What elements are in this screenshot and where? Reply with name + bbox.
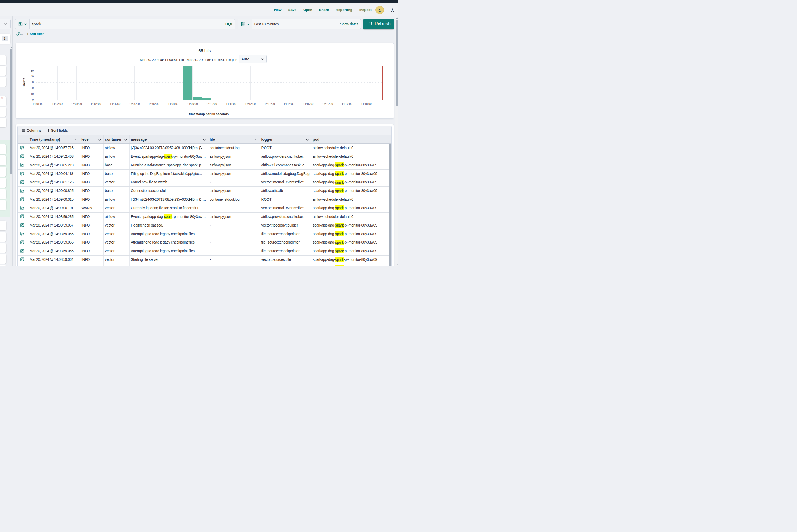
svg-text:?: ?: [392, 8, 393, 12]
